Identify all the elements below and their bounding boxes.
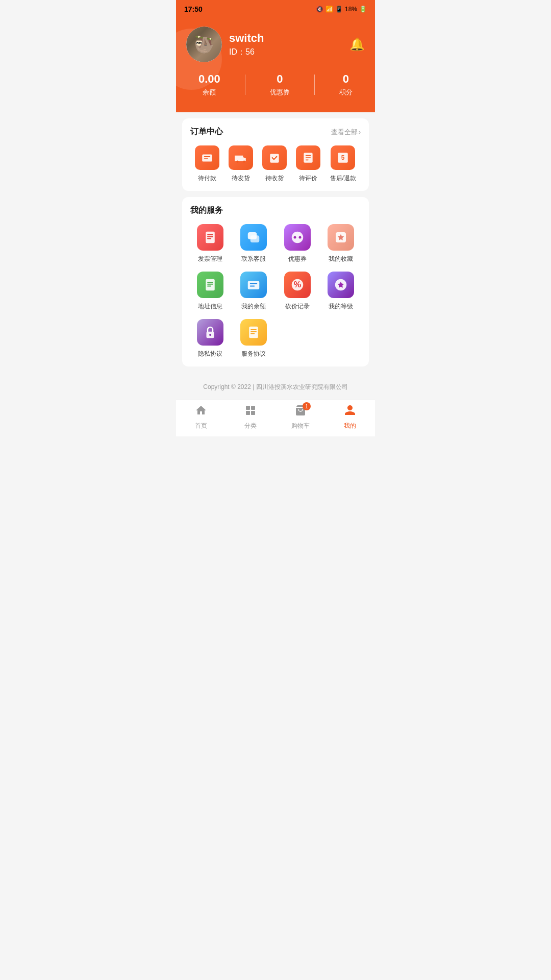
order-icons-row: 待付款 待发货 待收货 待评价 5 售后/退款 [190, 145, 361, 183]
status-bar: 17:50 🔇 📶 📱 18% 🔋 [176, 0, 375, 18]
svg-point-11 [293, 236, 296, 239]
coupon-icon [284, 224, 311, 251]
avatar[interactable]: 🦥 [186, 27, 222, 62]
order-pending-shipment[interactable]: 待发货 [229, 145, 253, 183]
coupons-stat[interactable]: 0 优惠券 [270, 72, 290, 97]
nav-home-label: 首页 [195, 422, 207, 430]
signal-icon: 📱 [335, 6, 343, 13]
balance-stat[interactable]: 0.00 余额 [198, 72, 220, 97]
svg-rect-23 [251, 406, 255, 410]
battery-text: 18% [345, 6, 357, 13]
nav-profile[interactable]: 我的 [325, 404, 375, 430]
pending-receipt-label: 待收货 [265, 174, 284, 183]
copyright-text: Copyright © 2022 | 四川港投滨水农业研究院有限公司 [176, 373, 375, 400]
order-center-title: 订单中心 [190, 127, 223, 137]
coupon-label: 优惠券 [288, 255, 307, 263]
svg-rect-22 [246, 406, 250, 410]
favorites-label: 我的收藏 [329, 255, 353, 263]
nav-category-label: 分类 [244, 422, 257, 430]
privacy-label: 隐私协议 [198, 350, 222, 358]
svg-point-12 [298, 236, 301, 239]
my-services-card: 我的服务 发票管理 联系客服 优惠券 我的收藏 [182, 197, 369, 366]
service-privacy[interactable]: 隐私协议 [190, 319, 230, 358]
stats-row: 0.00 余额 0 优惠券 0 积分 [186, 72, 365, 97]
svg-point-2 [243, 160, 245, 162]
notification-bell-icon[interactable]: 🔔 [349, 37, 365, 52]
svg-rect-14 [206, 279, 215, 291]
svg-point-20 [209, 334, 211, 336]
svg-text:5: 5 [341, 154, 345, 161]
aftersale-label: 售后/退款 [330, 174, 356, 183]
service-balance[interactable]: 我的余额 [234, 272, 274, 311]
stat-divider-1 [245, 75, 245, 95]
privacy-icon [197, 319, 223, 346]
service-coupon[interactable]: 优惠券 [278, 224, 317, 263]
service-bargain[interactable]: % 砍价记录 [278, 272, 317, 311]
points-value: 0 [343, 72, 349, 86]
view-all-orders[interactable]: 查看全部 › [331, 128, 361, 137]
svg-rect-21 [249, 327, 259, 338]
order-pending-payment[interactable]: 待付款 [195, 145, 219, 183]
coupons-value: 0 [277, 72, 283, 86]
home-icon [195, 404, 207, 420]
profile-header: 🦥 switch ID：56 🔔 0.00 余额 0 优惠券 0 积分 [176, 18, 375, 112]
nav-cart-label: 购物车 [291, 422, 310, 430]
avatar-image: 🦥 [186, 27, 222, 62]
wifi-icon: 📶 [325, 6, 333, 13]
aftersale-icon: 5 [331, 145, 355, 170]
svg-rect-9 [251, 235, 260, 242]
terms-icon [240, 319, 267, 346]
nav-cart[interactable]: 1 购物车 [276, 404, 325, 430]
svg-point-1 [237, 160, 239, 162]
service-level[interactable]: 我的等级 [321, 272, 361, 311]
terms-label: 服务协议 [241, 350, 266, 358]
pending-shipment-label: 待发货 [232, 174, 250, 183]
order-pending-receipt[interactable]: 待收货 [262, 145, 287, 183]
service-favorites[interactable]: 我的收藏 [321, 224, 361, 263]
customer-label: 联系客服 [241, 255, 266, 263]
points-stat[interactable]: 0 积分 [339, 72, 353, 97]
user-id: ID：56 [229, 47, 264, 58]
service-invoice[interactable]: 发票管理 [190, 224, 230, 263]
invoice-icon [197, 224, 223, 251]
nav-home[interactable]: 首页 [176, 404, 226, 430]
cart-badge: 1 [303, 402, 311, 410]
bottom-navigation: 首页 分类 1 购物车 我的 [176, 400, 375, 436]
svg-rect-15 [248, 281, 260, 289]
profile-icon [344, 404, 356, 420]
level-icon [328, 272, 354, 298]
bargain-icon: % [284, 272, 311, 298]
svg-text:%: % [294, 280, 302, 289]
pending-receipt-icon [262, 145, 287, 170]
customer-icon [240, 224, 267, 251]
favorites-icon [328, 224, 354, 251]
pending-payment-label: 待付款 [198, 174, 216, 183]
pending-shipment-icon [229, 145, 253, 170]
service-terms[interactable]: 服务协议 [234, 319, 274, 358]
nav-category[interactable]: 分类 [226, 404, 276, 430]
services-grid: 发票管理 联系客服 优惠券 我的收藏 地址信息 [190, 224, 361, 358]
order-center-card: 订单中心 查看全部 › 待付款 待发货 待收货 [182, 118, 369, 191]
order-aftersale[interactable]: 5 售后/退款 [330, 145, 356, 183]
order-pending-review[interactable]: 待评价 [296, 145, 320, 183]
invoice-label: 发票管理 [198, 255, 222, 263]
chevron-right-icon: › [359, 128, 361, 136]
service-customer[interactable]: 联系客服 [234, 224, 274, 263]
stat-divider-2 [314, 75, 315, 95]
status-icons: 🔇 📶 📱 18% 🔋 [316, 6, 367, 13]
address-label: 地址信息 [198, 302, 222, 311]
battery-icon: 🔋 [359, 6, 367, 13]
svg-rect-7 [206, 232, 215, 243]
balance-icon [240, 272, 267, 298]
service-address[interactable]: 地址信息 [190, 272, 230, 311]
level-label: 我的等级 [329, 302, 353, 311]
username: switch [229, 32, 264, 45]
my-services-title: 我的服务 [190, 205, 223, 216]
pending-payment-icon [195, 145, 219, 170]
nav-profile-label: 我的 [344, 422, 356, 430]
mute-icon: 🔇 [316, 6, 323, 13]
points-label: 积分 [339, 88, 353, 97]
status-time: 17:50 [184, 5, 203, 13]
balance-label: 我的余额 [241, 302, 266, 311]
address-icon [197, 272, 223, 298]
